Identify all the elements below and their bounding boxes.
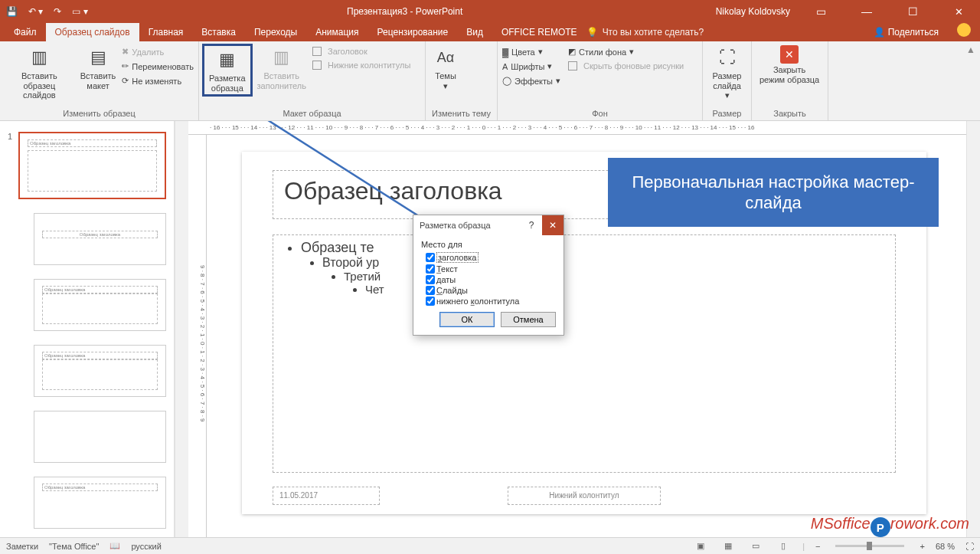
tab-office-remote[interactable]: OFFICE REMOTE [492,23,586,41]
group-background: Фон [501,107,699,120]
thumb-layout[interactable]: Образец заголовка [34,345,166,397]
dialog-title: Разметка образца [420,221,491,230]
thumb-layout[interactable] [34,411,166,463]
status-language[interactable]: русский [131,542,161,551]
redo-icon[interactable]: ↷ [54,6,61,17]
view-sorter-icon[interactable]: ▦ [720,539,737,553]
fonts-button[interactable]: AШрифты ▾ [501,60,562,73]
user-name[interactable]: Nikolay Koldovsky [716,6,790,17]
placeholder-date[interactable]: 11.05.2017 [273,487,380,505]
thumbnail-pane[interactable]: 1 Образец заголовка Образец заголовка Об… [0,121,175,537]
zoom-level[interactable]: 68 % [936,542,955,551]
slide-size-button[interactable]: ⛶ Размер слайда ▾ [706,44,748,102]
insert-layout-button[interactable]: ▤ Вставить макет [76,44,121,92]
minimize-button[interactable]: — [851,0,882,23]
themes-button[interactable]: Aα Темы▾ [429,44,462,92]
master-layout-dialog: Разметка образца ? ✕ Место для заголовка… [413,215,564,336]
status-notes[interactable]: Заметки [6,542,38,551]
bulb-icon: 💡 [586,27,598,38]
tab-home[interactable]: Главная [139,23,193,41]
close-icon: ✕ [780,45,799,64]
colors-button[interactable]: ▓Цвета ▾ [501,45,562,58]
title-bar: 💾 ↶ ▾ ↷ ▭ ▾ Презентация3 - PowerPoint Ni… [0,0,980,23]
checkbox-title[interactable]: заголовка [426,252,556,263]
maximize-button[interactable]: ☐ [897,0,928,23]
tab-file[interactable]: Файл [5,23,46,41]
checkbox-date[interactable]: даты [426,275,556,284]
dialog-section-label: Место для [421,240,556,249]
status-spell-icon[interactable]: 📖 [109,541,120,551]
quick-access-toolbar: 💾 ↶ ▾ ↷ ▭ ▾ [0,6,94,17]
tab-insert[interactable]: Вставка [192,23,245,41]
bg-styles-button[interactable]: ◩Стили фона ▾ [567,45,685,58]
thumb-layout[interactable]: Образец заголовка [34,213,166,265]
watermark: MSofficeProwork.com [811,514,969,534]
fit-to-window-icon[interactable]: ⛶ [965,542,974,551]
placeholder-body[interactable]: Образец те Второй ур Третий Чет [273,234,896,473]
canvas-scrollbar[interactable] [966,121,980,537]
thumb-scrollbar[interactable] [175,121,188,537]
dialog-cancel-button[interactable]: Отмена [501,312,556,327]
tab-slide-master[interactable]: Образец слайдов [46,23,139,41]
tell-me[interactable]: 💡 Что вы хотите сделать? [586,23,704,41]
colors-icon: ▓ [502,48,508,57]
dialog-help-button[interactable]: ? [521,220,542,231]
canvas-area: · 16 · · · 15 · · · 14 · · · 13 · · · 12… [188,121,966,537]
master-layout-icon: ▦ [215,48,240,72]
view-normal-icon[interactable]: ▣ [692,539,709,553]
group-size: Размер [706,107,748,120]
thumb-layout[interactable]: Образец заголовка [34,477,166,529]
effects-button[interactable]: ◯Эффекты ▾ [501,74,562,87]
start-slideshow-icon[interactable]: ▭ ▾ [72,6,87,17]
view-slideshow-icon[interactable]: ▯ [775,539,792,553]
ribbon: ▥ Вставить образец слайдов ▤ Вставить ма… [0,41,980,121]
delete-button[interactable]: ✖Удалить [120,45,195,58]
collapse-ribbon-icon[interactable]: ▲ [966,44,975,55]
document-title: Презентация3 - PowerPoint [94,6,716,17]
checkbox-slides[interactable]: Слайды [426,286,556,295]
view-reading-icon[interactable]: ▭ [747,539,764,553]
ruler-vertical[interactable]: 9 · 8 · 7 · 6 · 5 · 4 · 3 · 2 · 1 · 0 · … [188,135,207,537]
undo-icon[interactable]: ↶ ▾ [28,6,43,17]
delete-icon: ✖ [122,47,129,57]
title-checkbox: Заголовок [311,45,412,57]
checkbox-text[interactable]: Текст [426,264,556,274]
ruler-horizontal[interactable]: · 16 · · · 15 · · · 14 · · · 13 · · · 12… [188,121,966,135]
share-icon: 👤 [874,27,885,38]
zoom-in-icon[interactable]: + [920,542,924,551]
tab-animations[interactable]: Анимация [306,23,368,41]
emoji-icon[interactable] [957,23,971,37]
dialog-close-button[interactable]: ✕ [542,215,564,235]
placeholder-footer[interactable]: Нижний колонтитул [508,487,661,505]
group-master-layout: Макет образца [202,107,422,120]
checkbox-footer[interactable]: нижнего колонтитула [426,297,556,306]
thumb-master[interactable]: Образец заголовка [18,132,166,199]
share-button[interactable]: 👤 Поделиться [864,23,948,41]
status-theme: "Тема Office" [49,542,99,551]
save-icon[interactable]: 💾 [6,6,18,17]
close-master-view-button[interactable]: ✕ Закрыть режим образца [755,44,824,86]
tab-review[interactable]: Рецензирование [368,23,458,41]
effects-icon: ◯ [502,76,511,86]
insert-slide-master-button[interactable]: ▥ Вставить образец слайдов [3,44,76,102]
group-edit-master: Изменить образец [3,107,195,120]
zoom-out-icon[interactable]: − [815,542,820,551]
insert-placeholder-button: ▥ Вставить заполнитель [253,44,311,92]
tab-view[interactable]: Вид [457,23,492,41]
master-layout-button[interactable]: ▦ Разметка образца [202,44,253,97]
insert-ph-label: Вставить заполнитель [257,71,306,90]
dialog-ok-button[interactable]: ОК [439,312,495,327]
tab-transitions[interactable]: Переходы [245,23,306,41]
close-button[interactable]: ✕ [943,0,974,23]
rename-button[interactable]: ✏Переименовать [120,60,195,73]
dialog-titlebar[interactable]: Разметка образца ? ✕ [413,215,564,235]
annotation-callout: Первоначальная настройка мастер-слайда [608,158,939,227]
thumb-layout[interactable]: Образец заголовка [34,279,166,331]
status-bar: Заметки "Тема Office" 📖 русский ▣ ▦ ▭ ▯ … [0,537,980,554]
hide-bg-checkbox[interactable]: Скрыть фоновые рисунки [567,60,685,72]
preserve-button[interactable]: ⟳Не изменять [120,74,195,87]
zoom-slider[interactable] [835,545,904,547]
ribbon-display-icon[interactable]: ▭ [805,0,836,23]
insert-master-label: Вставить образец слайдов [8,71,71,100]
rename-icon: ✏ [122,61,129,71]
